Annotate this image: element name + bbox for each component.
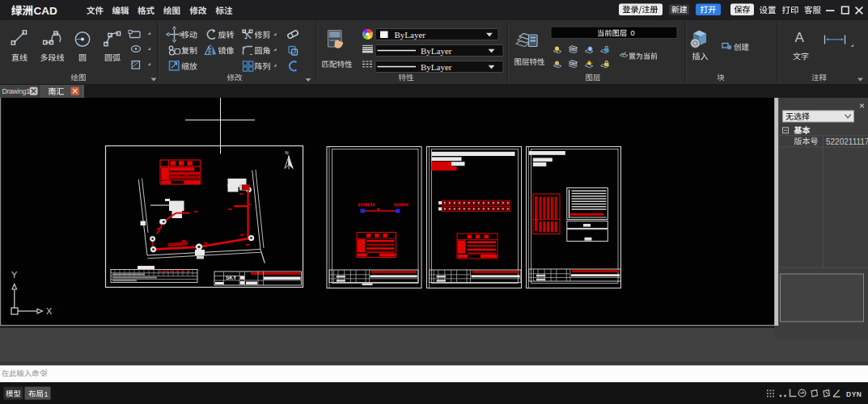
svg-text:ByLayer: ByLayer (421, 62, 452, 72)
svg-text:ByLayer: ByLayer (421, 46, 452, 56)
svg-text:0: 0 (631, 29, 635, 37)
svg-text:N: N (285, 150, 288, 155)
svg-text:5220211117: 5220211117 (826, 137, 868, 146)
svg-text:1: 1 (44, 390, 49, 398)
svg-text:CAD: CAD (34, 5, 57, 17)
svg-text:Drawing1: Drawing1 (2, 87, 31, 95)
svg-text:DYN: DYN (846, 390, 862, 398)
svg-text:ByLayer: ByLayer (395, 30, 426, 40)
svg-text:A: A (795, 30, 805, 45)
svg-text:SKY: SKY (226, 275, 237, 280)
svg-text:Y: Y (11, 270, 18, 280)
svg-text:X: X (46, 306, 53, 316)
